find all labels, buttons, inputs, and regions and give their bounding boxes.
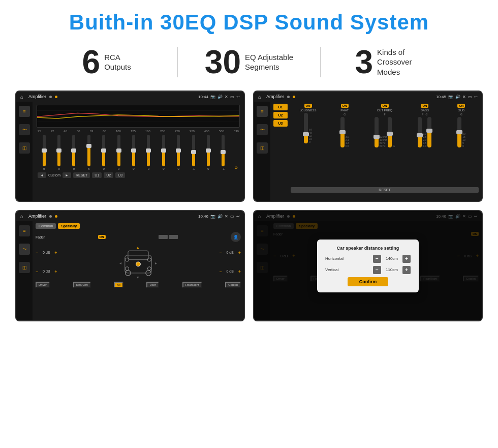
zone-user[interactable]: User xyxy=(146,282,159,288)
vol-val-3: 0 dB xyxy=(224,251,236,254)
zone-driver[interactable]: Driver xyxy=(36,282,50,288)
fader-icon-3[interactable]: ◫ xyxy=(19,262,30,273)
cutfreq-on[interactable]: ON xyxy=(381,104,389,108)
eq-slider-13[interactable]: -1 xyxy=(217,135,230,170)
expand-icon[interactable]: » xyxy=(235,165,238,170)
tab-common[interactable]: Common xyxy=(36,223,56,229)
phat-on[interactable]: ON xyxy=(341,104,349,108)
eq-icon-3[interactable]: ◫ xyxy=(19,142,30,154)
svg-point-11 xyxy=(147,267,151,271)
eq-slider-1[interactable]: 0 xyxy=(38,135,50,170)
vol-minus-2[interactable]: − xyxy=(36,269,38,274)
cutfreq-slider-1[interactable] xyxy=(375,117,379,147)
zone-all[interactable]: All xyxy=(114,282,123,288)
svg-point-9 xyxy=(147,258,151,261)
vol-minus-3[interactable]: − xyxy=(219,250,222,255)
fader-slider-mini[interactable] xyxy=(159,235,168,239)
volume-icon-2: 🔊 xyxy=(455,95,460,99)
loudness-slider[interactable] xyxy=(304,113,308,143)
stat-rca-label: RCAOutputs xyxy=(104,52,131,72)
cutfreq-slider-2[interactable] xyxy=(388,117,392,147)
crossover-icon-1[interactable]: ≡ xyxy=(257,106,268,117)
eq-slider-6[interactable]: 0 xyxy=(112,135,125,170)
eq-next-btn[interactable]: ► xyxy=(63,172,71,178)
bass-slider-1[interactable] xyxy=(418,117,422,147)
fader-icon-2[interactable]: 〜 xyxy=(19,244,30,255)
eq-u3-btn[interactable]: U3 xyxy=(115,172,125,178)
home-icon-2[interactable]: ⌂ xyxy=(258,94,261,100)
eq-u1-btn[interactable]: U1 xyxy=(92,172,102,178)
eq-main-area: 25 32 40 50 63 80 100 125 160 200 250 32… xyxy=(33,102,244,201)
fader-header: Fader ON 👤 xyxy=(36,232,241,242)
vertical-row: Vertical − 110cm + xyxy=(325,266,411,274)
svg-text:▲: ▲ xyxy=(136,246,140,249)
eq-slider-2[interactable]: 0 xyxy=(52,135,65,170)
fader-screen-body: ≡ 〜 ◫ Common Specialty Fader ON xyxy=(16,221,244,320)
zone-copilot[interactable]: Copilot xyxy=(225,282,241,288)
crossover-app-title: Amplifier xyxy=(266,94,284,99)
phat-slider[interactable] xyxy=(340,117,345,147)
home-icon-3[interactable]: ⌂ xyxy=(20,214,23,219)
profile-icon[interactable]: 👤 xyxy=(231,232,241,242)
eq-slider-12[interactable]: 0 xyxy=(202,135,214,170)
vol-plus-3[interactable]: + xyxy=(238,250,241,255)
camera-icon: 📷 xyxy=(210,95,215,99)
eq-slider-9[interactable]: 0 xyxy=(157,135,170,170)
eq-graph xyxy=(37,105,240,128)
eq-slider-11[interactable]: -1 xyxy=(187,135,200,170)
bass-slider-2[interactable] xyxy=(427,117,431,147)
eq-slider-7[interactable]: 0 xyxy=(127,135,140,170)
eq-icon-2[interactable]: 〜 xyxy=(19,124,30,135)
horizontal-plus[interactable]: + xyxy=(402,255,411,263)
u2-btn[interactable]: U2 xyxy=(273,112,288,118)
loudness-on[interactable]: ON xyxy=(304,104,312,108)
vol-plus-2[interactable]: + xyxy=(54,269,57,274)
crossover-icon-2[interactable]: 〜 xyxy=(257,124,268,135)
eq-reset-btn[interactable]: RESET xyxy=(73,172,90,178)
confirm-button[interactable]: Confirm xyxy=(348,277,388,286)
vol-minus-4[interactable]: − xyxy=(219,269,222,274)
page-title: Buith-in 30EQ DSP Sound System xyxy=(15,10,483,35)
eq-slider-10[interactable]: 0 xyxy=(172,135,185,170)
eq-u2-btn[interactable]: U2 xyxy=(104,172,113,178)
eq-prev-btn[interactable]: ◄ xyxy=(38,172,46,178)
crossover-icon-3[interactable]: ◫ xyxy=(257,142,268,154)
zone-rearright[interactable]: RearRight xyxy=(182,282,202,288)
zone-rearleft[interactable]: RearLeft xyxy=(73,282,91,288)
camera-icon-3: 📷 xyxy=(210,214,215,219)
eq-slider-8[interactable]: 0 xyxy=(142,135,155,170)
horizontal-minus[interactable]: − xyxy=(373,255,381,263)
svg-text:▼: ▼ xyxy=(136,276,140,279)
svg-text:►: ► xyxy=(154,261,158,265)
u1-btn[interactable]: U1 xyxy=(273,104,288,110)
fader-text-label: Fader xyxy=(36,235,45,239)
eq-slider-4[interactable]: 5 xyxy=(82,135,95,170)
vol-val-2: 0 dB xyxy=(40,270,52,273)
u3-btn[interactable]: U3 xyxy=(273,120,288,127)
eq-freq-labels: 25 32 40 50 63 80 100 125 160 200 250 32… xyxy=(37,130,240,133)
eq-slider-5[interactable]: 0 xyxy=(98,135,110,170)
eq-icon-1[interactable]: ≡ xyxy=(19,106,30,117)
dialog-title: Car speaker distance setting xyxy=(325,246,411,251)
crossover-side-icons: ≡ 〜 ◫ xyxy=(254,102,270,201)
bass-on[interactable]: ON xyxy=(421,104,428,108)
vertical-plus[interactable]: + xyxy=(402,266,411,274)
stats-row: 6 RCAOutputs 30 EQ AdjustableSegments 3 … xyxy=(15,46,483,78)
stat-crossover: 3 Kinds ofCrossover Modes xyxy=(321,46,462,78)
vol-minus-1[interactable]: − xyxy=(36,250,38,255)
stat-crossover-label: Kinds ofCrossover Modes xyxy=(377,47,428,77)
tab-specialty[interactable]: Specialty xyxy=(58,223,80,229)
sub-slider[interactable] xyxy=(457,117,461,147)
fader-on-badge[interactable]: ON xyxy=(98,235,106,239)
eq-slider-3[interactable]: 0 xyxy=(68,135,80,170)
status-bar-2: ⌂ Amplifier 10:45 📷 🔊 ✕ ▭ ↩ xyxy=(254,92,482,102)
vol-plus-1[interactable]: + xyxy=(54,250,57,255)
home-icon[interactable]: ⌂ xyxy=(20,94,23,100)
vol-plus-4[interactable]: + xyxy=(238,269,241,274)
camera-icon-2: 📷 xyxy=(448,95,453,99)
sub-on[interactable]: ON xyxy=(457,104,465,108)
fader-slider-mini-2[interactable] xyxy=(169,235,178,239)
fader-icon-1[interactable]: ≡ xyxy=(19,225,30,236)
vertical-minus[interactable]: − xyxy=(373,266,381,274)
crossover-reset-btn[interactable]: RESET xyxy=(291,187,479,193)
